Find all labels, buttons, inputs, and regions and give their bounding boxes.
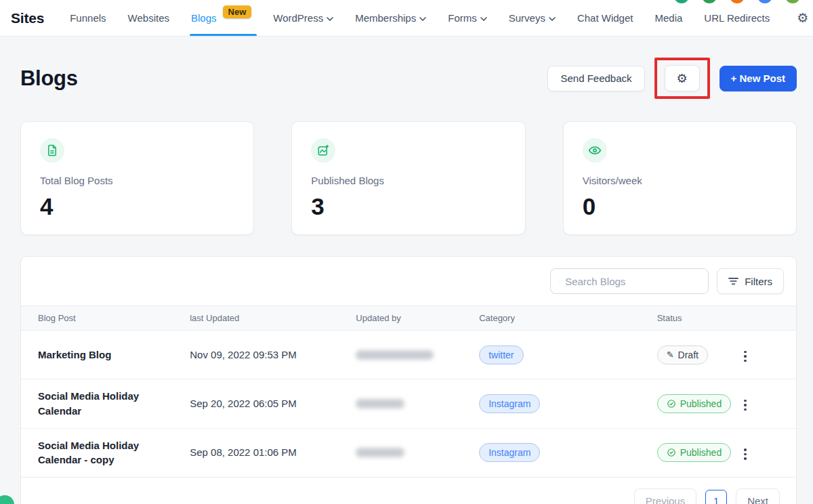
header-actions: Send Feedback ⚙ + New Post [547,58,797,99]
row-menu-button[interactable] [740,396,751,415]
status-badge: Published [657,394,732,413]
nav-item-chat-widget[interactable]: Chat Widget [577,0,633,36]
next-page-button[interactable]: Next [736,488,780,504]
page-title: Blogs [20,66,78,91]
last-updated: Nov 09, 2022 09:53 PM [190,349,297,360]
settings-gear-icon[interactable]: ⚙ [797,12,808,24]
nav-item-memberships[interactable]: Memberships [355,0,426,36]
stats-row: Total Blog Posts 4 Published Blogs 3 Vis… [0,99,813,235]
row-menu-button[interactable] [740,347,751,366]
table-header-row: Blog Post last Updated Updated by Catego… [21,306,796,331]
page: Sites Funnels Websites Blogs New WordPre… [0,0,813,504]
nav-item-websites[interactable]: Websites [128,0,169,36]
filters-button[interactable]: Filters [717,268,784,294]
chevron-down-icon [327,17,333,21]
nav-item-surveys[interactable]: Surveys [509,0,556,36]
updated-by-redacted [356,399,404,408]
nav-item-wordpress[interactable]: WordPress [273,0,333,36]
search-box[interactable] [550,268,709,294]
avatar[interactable] [701,0,718,5]
table-row[interactable]: Marketing Blog Nov 09, 2022 09:53 PM twi… [21,331,796,379]
previous-page-button[interactable]: Previous [634,488,696,504]
blog-post-title[interactable]: Marketing Blog [38,348,160,362]
row-menu-button[interactable] [740,444,751,464]
chevron-down-icon [419,17,426,21]
nav-item-url-redirects[interactable]: URL Redirects [704,0,770,36]
avatar[interactable] [728,0,746,5]
chevron-down-icon [549,17,556,21]
updated-by-redacted [356,448,404,457]
blog-post-title[interactable]: Social Media Holiday Calendar [38,389,160,419]
stat-value: 3 [311,193,505,220]
nav-tabs: Funnels Websites Blogs New WordPress Mem… [70,0,770,36]
column-header-category: Category [479,306,657,331]
blog-settings-button[interactable]: ⚙ [665,65,700,91]
pencil-icon: ✎ [667,350,674,359]
eye-icon [583,138,607,163]
pagination: Previous 1 Next [21,478,796,504]
top-navigation: Sites Funnels Websites Blogs New WordPre… [0,0,813,37]
column-header-updated-by: Updated by [356,306,479,331]
new-badge: New [223,5,252,18]
category-badge: Instagram [479,394,540,413]
check-circle-icon [667,399,676,408]
nav-item-media[interactable]: Media [654,0,682,36]
avatar[interactable] [784,0,801,5]
send-feedback-button[interactable]: Send Feedback [547,66,644,91]
updated-by-redacted [356,350,434,360]
page-header: Blogs Send Feedback ⚙ + New Post [0,37,813,99]
table-row[interactable]: Social Media Holiday Calendar - copy Sep… [21,428,796,478]
image-sparkle-icon [311,138,335,163]
stat-label: Published Blogs [311,175,505,186]
blog-table-card: Filters Blog Post last Updated Updated b… [20,256,797,504]
avatar-group [673,0,801,5]
column-header-last-updated: last Updated [190,306,356,331]
category-badge: Instagram [479,443,540,462]
new-post-button[interactable]: + New Post [720,66,797,91]
gear-icon: ⚙ [676,71,687,86]
blog-post-title[interactable]: Social Media Holiday Calendar - copy [38,438,160,468]
stat-card-total-posts: Total Blog Posts 4 [20,121,254,235]
page-number-button[interactable]: 1 [705,490,727,504]
column-header-actions [740,306,796,331]
last-updated: Sep 20, 2022 06:05 PM [190,398,297,409]
nav-item-blogs[interactable]: Blogs New [191,0,251,36]
stat-value: 0 [583,193,777,220]
annotation-red-box: ⚙ [654,58,710,99]
column-header-status: Status [657,306,741,331]
category-badge: twitter [479,345,523,364]
stat-value: 4 [40,193,234,220]
table-row[interactable]: Social Media Holiday Calendar Sep 20, 20… [21,379,796,429]
chat-widget-bubble[interactable] [0,495,14,504]
document-icon [40,138,64,163]
column-header-blog-post: Blog Post [21,306,190,331]
stat-label: Visitors/week [583,175,777,186]
nav-item-funnels[interactable]: Funnels [70,0,106,36]
avatar[interactable] [673,0,690,5]
last-updated: Sep 08, 2022 01:06 PM [190,446,297,458]
search-icon [559,276,560,287]
search-input[interactable] [565,276,700,287]
nav-item-forms[interactable]: Forms [448,0,487,36]
stat-card-published-blogs: Published Blogs 3 [291,121,525,235]
stat-card-visitors: Visitors/week 0 [563,121,797,235]
status-badge: Published [657,443,732,462]
avatar[interactable] [756,0,774,5]
table-toolbar: Filters [21,257,796,306]
chevron-down-icon [480,17,487,21]
stat-label: Total Blog Posts [40,175,234,186]
filter-icon [728,277,738,285]
blog-table: Blog Post last Updated Updated by Catego… [21,306,796,478]
check-circle-icon [667,448,676,457]
status-badge: ✎Draft [657,345,708,364]
app-title: Sites [11,10,44,26]
